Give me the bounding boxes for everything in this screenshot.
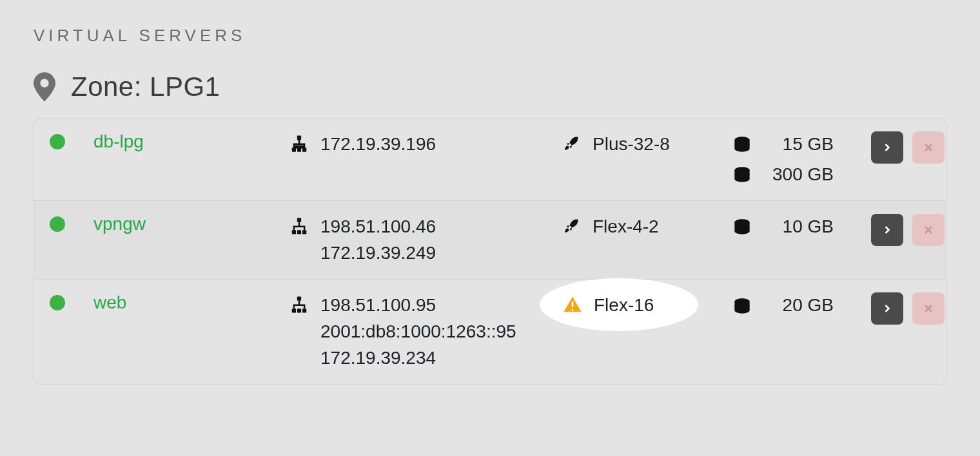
ip-address: 198.51.100.95 [320,292,516,319]
server-name-link[interactable]: vpngw [93,214,146,234]
svg-rect-1 [297,147,301,151]
delete-server-button[interactable] [912,131,945,164]
server-ips: 198.51.100.95 2001:db8:1000:1263::95 172… [289,292,560,371]
disk-size: 20 GB [763,292,834,319]
server-row: db-lpg 172.19.39.196 Plus-32-8 [34,119,946,201]
database-icon [733,137,751,152]
delete-server-button[interactable] [912,292,945,325]
open-server-button[interactable] [871,131,903,164]
status-indicator [50,295,65,310]
svg-rect-16 [297,309,301,313]
zone-title: Zone: LPG1 [71,71,220,102]
open-server-button[interactable] [871,214,903,246]
flavor-label: Plus-32-8 [593,131,670,158]
server-disks: 15 GB 300 GB [733,131,868,187]
server-disks: 20 GB [733,292,868,319]
servers-panel: db-lpg 172.19.39.196 Plus-32-8 [34,118,946,385]
svg-rect-10 [302,230,306,234]
delete-server-button[interactable] [912,214,945,246]
svg-rect-11 [297,218,301,222]
svg-rect-17 [302,309,306,313]
open-server-button[interactable] [871,292,903,325]
flavor-label: Flex-4-2 [593,214,659,240]
status-indicator [50,216,65,232]
svg-rect-8 [292,230,296,234]
database-icon [733,219,751,234]
server-name-link[interactable]: web [93,292,126,312]
network-icon [289,134,309,153]
status-indicator [50,134,65,149]
server-flavor: Flex-4-2 [563,214,730,240]
svg-rect-0 [292,147,296,151]
svg-rect-9 [297,230,301,234]
network-icon [289,216,309,236]
ip-address: 2001:db8:1000:1263::95 [320,319,516,345]
rocket-icon [563,134,581,152]
section-title: VIRTUAL SERVERS [34,26,946,46]
server-flavor: Flex-16 [563,292,730,319]
server-disks: 10 GB [733,214,868,240]
server-row: web 198.51.100.95 2001:db8:1000:1263::95… [34,280,946,384]
network-icon [289,295,309,314]
location-pin-icon [34,71,55,102]
database-icon [733,167,751,182]
warning-icon [563,295,582,314]
ip-address: 172.19.39.196 [320,131,436,158]
disk-size: 10 GB [763,214,834,240]
server-flavor: Plus-32-8 [563,131,730,158]
database-icon [733,298,751,314]
server-ips: 172.19.39.196 [289,131,560,158]
svg-rect-2 [302,147,306,151]
flavor-label: Flex-16 [594,292,654,319]
server-row: vpngw 198.51.100.46 172.19.39.249 Flex-4… [34,201,946,280]
ip-address: 172.19.39.249 [320,240,436,267]
disk-size: 300 GB [763,162,834,188]
svg-rect-15 [292,309,296,313]
zone-header: Zone: LPG1 [34,71,946,102]
svg-rect-18 [297,297,301,301]
svg-rect-3 [297,136,301,140]
rocket-icon [563,216,581,234]
server-ips: 198.51.100.46 172.19.39.249 [289,214,560,266]
disk-size: 15 GB [763,131,834,158]
server-name-link[interactable]: db-lpg [93,131,144,151]
ip-address: 172.19.39.234 [320,345,516,372]
ip-address: 198.51.100.46 [320,214,436,240]
